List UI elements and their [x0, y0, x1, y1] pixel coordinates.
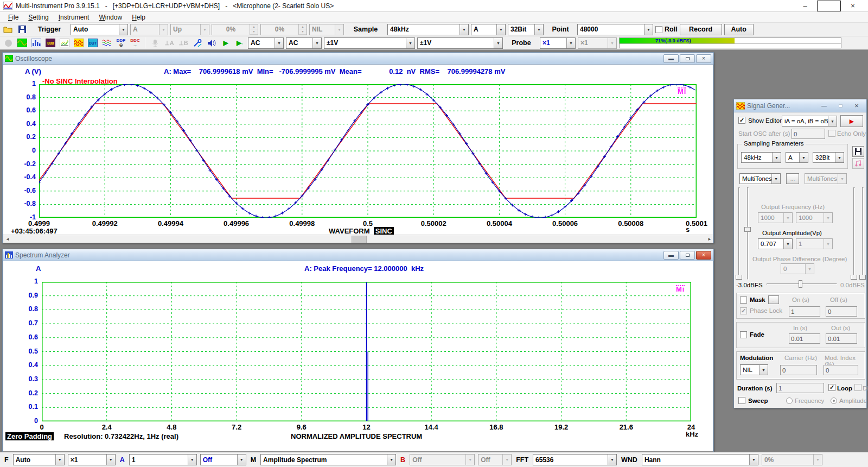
- sample-rate-combo[interactable]: 48kHz▼: [387, 24, 469, 35]
- siggen-run-button[interactable]: ▶: [840, 115, 863, 127]
- trigger-level-spinner[interactable]: 0%▲▼: [212, 24, 258, 35]
- signal-generator-icon[interactable]: [73, 37, 85, 49]
- scope-horizontal-scrollbar[interactable]: ◄ ►: [3, 235, 713, 243]
- frequency-b-combo[interactable]: 1000▼: [796, 212, 833, 223]
- siggen-save-button[interactable]: [852, 146, 864, 157]
- device-test-plan-icon[interactable]: DUT: [87, 37, 99, 49]
- trigger-source-combo[interactable]: A▼: [130, 24, 168, 35]
- hpf-combo[interactable]: NIL▼: [309, 24, 344, 35]
- sample-channel-combo[interactable]: A▼: [471, 24, 506, 35]
- mask-off-input[interactable]: 0: [826, 306, 857, 317]
- coupling-a-combo[interactable]: AC▼: [248, 37, 284, 49]
- sound-output-icon[interactable]: [206, 37, 218, 49]
- maximize-button[interactable]: [817, 1, 841, 11]
- siggen-music-button[interactable]: [852, 158, 864, 169]
- amplitude-slider-b-inner[interactable]: [850, 187, 858, 280]
- spectrum-restore-button[interactable]: [680, 251, 695, 260]
- record-length-combo[interactable]: 48000▼: [577, 24, 653, 35]
- menu-window[interactable]: Window: [94, 12, 127, 22]
- scroll-track[interactable]: [12, 235, 705, 244]
- probe-b-combo[interactable]: ×1▼: [578, 37, 617, 49]
- fft-size-combo[interactable]: 65536▼: [533, 454, 617, 465]
- mask-edit-button[interactable]: ...: [768, 295, 779, 304]
- routing-combo[interactable]: iA = oA, iB = oB▼: [782, 116, 837, 127]
- range-b-combo[interactable]: ±1V▼: [417, 37, 503, 49]
- spectrum-plot[interactable]: [42, 282, 691, 421]
- bit-depth-combo[interactable]: 32Bit▼: [508, 24, 544, 35]
- waveform-edit-button[interactable]: ...: [786, 173, 799, 184]
- scroll-right-arrow[interactable]: ►: [705, 235, 713, 244]
- siggen-channel-combo[interactable]: A▼: [786, 152, 808, 163]
- spectrum-close-button[interactable]: ×: [696, 251, 711, 260]
- sweep-amplitude-radio[interactable]: [831, 397, 837, 404]
- channel-b-extra-combo[interactable]: Off▼: [478, 454, 512, 465]
- scope-close-button[interactable]: ×: [696, 54, 711, 63]
- amplitude-slider-b-outer[interactable]: [859, 187, 866, 280]
- run-icon[interactable]: ▶: [220, 37, 232, 49]
- start-osc-input[interactable]: 0: [792, 129, 825, 139]
- scroll-thumb[interactable]: [352, 236, 367, 243]
- siggen-titlebar[interactable]: Signal Gener... — ×: [734, 99, 866, 112]
- amplitude-slider-a-outer[interactable]: [735, 187, 743, 280]
- oscilloscope-icon[interactable]: [16, 37, 28, 49]
- frequency-a-combo[interactable]: 1000▼: [758, 212, 793, 223]
- loop-checkbox[interactable]: ✓: [828, 384, 835, 391]
- run-loop-icon[interactable]: ▶◦: [234, 37, 246, 49]
- siggen-bits-combo[interactable]: 32Bit▼: [813, 152, 844, 163]
- siggen-rate-combo[interactable]: 48kHz▼: [741, 152, 781, 163]
- titlebar[interactable]: Multi-Instrument Pro 3.9.15.1 - [+3DP+DL…: [0, 0, 868, 12]
- amplitude-mode-combo[interactable]: Off▼: [200, 454, 246, 465]
- phase-lock-checkbox[interactable]: ✓: [740, 307, 747, 314]
- dbfs-slider[interactable]: [767, 280, 837, 288]
- scroll-left-arrow[interactable]: ◄: [3, 235, 12, 244]
- fade-in-input[interactable]: 0.01: [789, 333, 820, 344]
- spectrum-3d-plot-icon[interactable]: [59, 37, 71, 49]
- range-a-combo[interactable]: ±1V▼: [324, 37, 415, 49]
- dds-checkbox[interactable]: [854, 384, 861, 391]
- coupling-b-combo[interactable]: AC▼: [286, 37, 322, 49]
- oscilloscope-titlebar[interactable]: Oscilloscope ▬ ×: [3, 53, 713, 65]
- trigger-edge-combo[interactable]: Up▼: [170, 24, 209, 35]
- phase-difference-combo[interactable]: 0▼: [781, 263, 814, 274]
- waveform-a-combo[interactable]: MultiTones▼: [739, 173, 781, 184]
- spectrum-minimize-button[interactable]: ▬: [663, 251, 679, 260]
- freq-zoom-combo[interactable]: ×1▼: [68, 454, 116, 465]
- waveform-plot[interactable]: [39, 84, 697, 218]
- multimeter-icon[interactable]: 888: [44, 37, 56, 49]
- overlap-combo[interactable]: 0%▼: [762, 454, 822, 465]
- menu-file[interactable]: File: [3, 12, 23, 22]
- amplitude-b-combo[interactable]: 1▼: [796, 238, 833, 249]
- freq-range-combo[interactable]: Auto▼: [13, 454, 65, 465]
- save-file-icon[interactable]: [16, 24, 28, 35]
- mask-checkbox[interactable]: [740, 296, 747, 304]
- scope-minimize-button[interactable]: ▬: [663, 54, 679, 63]
- data-dump-icon[interactable]: DDC→: [129, 37, 141, 49]
- analysis-mode-combo[interactable]: Amplitude Spectrum▼: [260, 454, 396, 465]
- siggen-close-button[interactable]: ×: [849, 102, 864, 110]
- menu-instrument[interactable]: Instrument: [54, 12, 94, 22]
- open-file-icon[interactable]: [2, 24, 14, 35]
- spectrum-analyzer-icon[interactable]: [30, 37, 42, 49]
- record-button[interactable]: Record: [680, 24, 722, 35]
- spectrum-titlebar[interactable]: Spectrum Analyzer ▬ ×: [3, 249, 713, 261]
- sweep-checkbox[interactable]: [738, 397, 745, 404]
- calibration-icon[interactable]: [192, 37, 203, 49]
- echo-only-checkbox[interactable]: [828, 130, 835, 137]
- derived-data-curve-icon[interactable]: [101, 37, 113, 49]
- scope-restore-button[interactable]: [680, 54, 695, 63]
- channel-b-mode-combo[interactable]: Off▼: [410, 454, 475, 465]
- trigger-delay-spinner[interactable]: 0%▲▼: [260, 24, 307, 35]
- fade-out-input[interactable]: 0.01: [826, 333, 857, 344]
- duration-input[interactable]: 1: [776, 383, 824, 393]
- sweep-frequency-radio[interactable]: [786, 397, 793, 404]
- trigger-mode-combo[interactable]: Auto▼: [71, 24, 128, 35]
- fade-checkbox[interactable]: [740, 331, 747, 338]
- siggen-restore-button[interactable]: [833, 102, 848, 110]
- menu-setting[interactable]: Setting: [23, 12, 53, 22]
- roll-checkbox[interactable]: Roll: [655, 26, 678, 33]
- show-editor-checkbox[interactable]: ✓: [738, 117, 745, 124]
- amplitude-range-combo[interactable]: 1▼: [129, 454, 197, 465]
- carrier-input[interactable]: 0: [780, 365, 817, 375]
- auto-button[interactable]: Auto: [724, 24, 754, 35]
- close-button[interactable]: ×: [841, 1, 865, 11]
